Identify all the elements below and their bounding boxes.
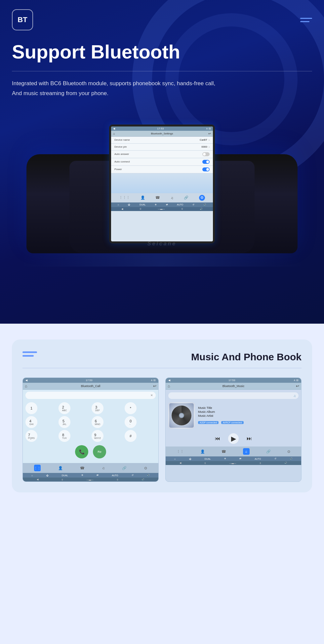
music-status-icons: ∧ ⊟ [294,379,299,382]
key-5[interactable]: 5JKL [59,416,70,428]
key-7[interactable]: 7PQRS [25,430,37,442]
phone-link-icon[interactable]: 🔗 [122,466,127,470]
auto-connect-toggle[interactable] [202,160,210,164]
p2-back: ◀ [37,478,38,481]
phone-music-icon[interactable]: ♫ [102,466,105,470]
key-3[interactable]: 3DEF [92,402,103,414]
device-name-label: Device name [114,138,130,141]
bottom-card: Music And Phone Book ◀ 17:53 ∧ ⊟ ⌂ Bluet… [12,340,312,492]
car-area: ◀ 17:53 ∧ ⊟ ⌂ Bluetooth_Settings ↩ Devic… [12,108,312,267]
next-button[interactable]: ⏭ [247,436,252,442]
p-recirc: ↺ [132,474,134,477]
climate-home: ⌂ [118,203,119,206]
phone-contacts-icon[interactable]: 👤 [58,466,63,470]
phone-return-btn: ↩ [153,384,156,388]
cb2-back: ◀ [121,208,123,210]
screen-home-icon: ⌂ [113,132,115,135]
music-contacts-icon[interactable]: 👤 [200,449,205,454]
card-line-2 [22,355,34,357]
key-4[interactable]: 4GHI [25,416,37,428]
key-9[interactable]: 9WXYZ [92,430,103,442]
cb2-temp-r: 0 [182,208,183,210]
in-car-screen: ◀ 17:53 ∧ ⊟ ⌂ Bluetooth_Settings ↩ Devic… [109,125,215,243]
auto-connect-row[interactable]: Auto connect [111,158,213,166]
link-icon[interactable]: 🔗 [184,196,188,200]
apps-icon[interactable]: ⋮⋮⋮ [119,196,130,200]
bottom-section: Music And Phone Book ◀ 17:53 ∧ ⊟ ⌂ Bluet… [0,324,324,644]
music-screen-title: Bluetooth_Music [223,384,245,388]
music-link-icon[interactable]: 🔗 [266,449,271,454]
device-pin-row[interactable]: Device pin 0000 › [111,144,213,151]
key-0[interactable]: 0- [125,416,137,428]
phone-time: 17:53 [86,379,92,382]
auto-answer-row[interactable]: Auto answer [111,151,213,158]
music-apps-icon[interactable]: ⋮⋮ [177,449,184,454]
screen-back-arrow: ◀ [113,127,115,130]
screen-icons: ∧ ⊟ [206,127,211,130]
key-2[interactable]: 2ABC [59,402,70,414]
key-6[interactable]: 6MNO [92,416,103,428]
phone-content: ✕ 1 2ABC 3DEF * 4GHI 5JKL 6MNO 0- 7PQRS … [23,390,158,463]
chevron-icon-1: › [209,145,210,149]
key-star[interactable]: * [125,402,137,414]
screen-nav-bar: ⌂ Bluetooth_Settings ↩ [111,131,213,137]
key-hash[interactable]: # [125,430,137,442]
call-button[interactable]: 📞 [75,445,88,458]
music-phone-icon[interactable]: ☎ [222,449,226,454]
phone-nav-bar: ⌂ Bluetooth_Call ↩ [23,383,158,390]
play-button[interactable]: ▶ [228,433,239,444]
m2-tl: 0 [205,462,206,464]
music-album-art [168,402,195,429]
top-bar: BT [12,9,312,30]
settings-icon[interactable]: ⚙ [199,195,205,201]
phone-call-icon[interactable]: ☎ [80,466,85,470]
phone-icon[interactable]: ☎ [155,196,160,200]
p2-tr: 0 [117,479,118,481]
prev-button[interactable]: ⏮ [215,436,220,442]
music-back-arrow: ◀ [168,379,170,382]
phone-settings-icon[interactable]: ⊙ [144,466,147,470]
music-climate2: ◀ 0 —▬— 0 🔊 [166,461,301,465]
contacts-icon[interactable]: 👤 [141,196,145,200]
cb2-vol: 🔊 [200,208,203,210]
music-icon[interactable]: ♫ [171,196,173,200]
music-settings-icon[interactable]: ⊙ [287,449,290,454]
climate-fan: ❄ [155,203,157,206]
music-info: Music Title Music Album Music Artist A2D… [198,406,299,425]
title-divider [12,71,312,71]
m2-back: ◀ [180,462,181,464]
screen-status-bar: ◀ 17:53 ∧ ⊟ [111,126,213,131]
power-toggle[interactable] [202,167,210,171]
seicane-watermark: Seicane [147,241,177,247]
device-pin-value: 0000 [201,145,207,148]
power-row[interactable]: Power [111,166,213,173]
key-8[interactable]: 8TUV [59,430,70,442]
m2-vol: 🔊 [284,462,287,464]
screen-time: 17:53 [157,127,164,130]
music-time: 17:53 [228,379,235,382]
m2-tr: 0 [260,462,261,464]
phone-apps-icon[interactable]: ⋮⋮ [34,465,41,471]
p-vol: 🔊 [147,474,150,477]
music-search-bar[interactable]: ♫ [168,392,299,399]
p-pwr: ⏻ [46,474,49,477]
screens-row: ◀ 17:53 ∧ ⊟ ⌂ Bluetooth_Call ↩ ✕ 1 2ABC [22,377,302,482]
menu-icon[interactable] [300,18,312,22]
music-active-icon[interactable]: ♫ [243,448,250,455]
music-note-icon: ♫ [294,394,296,398]
auto-connect-label: Auto connect [114,160,130,163]
card-header: Music And Phone Book [22,351,302,363]
music-sub-screen: ◀ 17:53 ∧ ⊟ ⌂ Bluetooth_Music ↩ ♫ [165,377,302,482]
device-name-row[interactable]: Device name CarBT › [111,137,213,144]
key-1[interactable]: 1 [25,402,37,414]
chevron-icon-0: › [209,138,210,142]
music-artist: Music Artist [198,414,299,417]
climate-power: ⏻ [128,203,130,206]
card-title: Music And Phone Book [191,351,302,363]
p2-tl: 0 [62,479,63,481]
redial-button[interactable]: Re [93,445,106,458]
phone-search-bar[interactable]: ✕ [25,392,156,399]
vinyl-disc [172,406,191,425]
phone-clear-btn[interactable]: ✕ [150,394,153,397]
auto-answer-toggle[interactable] [202,152,210,156]
